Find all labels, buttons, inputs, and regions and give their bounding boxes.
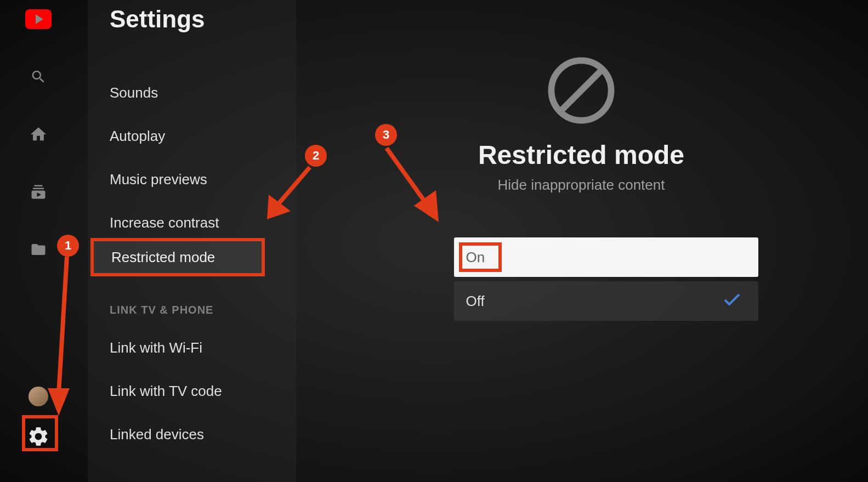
section-header-link: LINK TV & PHONE: [110, 287, 296, 326]
annotation-badge-1: 1: [57, 235, 79, 257]
svg-marker-5: [267, 195, 291, 219]
option-off[interactable]: Off: [454, 281, 758, 321]
annotation-arrow-1: [39, 257, 78, 423]
svg-line-6: [387, 148, 428, 206]
subscriptions-icon[interactable]: [25, 178, 52, 206]
annotation-arrow-2: [255, 165, 321, 233]
option-on[interactable]: On: [454, 237, 758, 277]
settings-item-sounds[interactable]: Sounds: [110, 71, 296, 115]
svg-line-4: [277, 167, 310, 206]
annotation-arrow-3: [381, 145, 458, 235]
main-title: Restricted mode: [478, 140, 684, 170]
settings-item-autoplay[interactable]: Autoplay: [110, 115, 296, 158]
option-container: On Off: [454, 237, 758, 321]
youtube-logo[interactable]: [25, 5, 52, 33]
annotation-badge-2: 2: [305, 145, 327, 167]
svg-line-1: [561, 71, 602, 111]
settings-item-link-wifi[interactable]: Link with Wi-Fi: [110, 326, 296, 370]
svg-marker-3: [48, 388, 70, 416]
annotation-highlight-on: [459, 242, 502, 272]
main-subtitle: Hide inappropriate content: [498, 177, 665, 194]
checkmark-icon: [723, 293, 741, 310]
block-icon: [546, 55, 617, 126]
settings-title: Settings: [110, 0, 296, 71]
option-off-label: Off: [466, 293, 485, 310]
annotation-badge-3: 3: [375, 124, 397, 146]
settings-item-link-tv-code[interactable]: Link with TV code: [110, 370, 296, 413]
settings-item-linked-devices[interactable]: Linked devices: [110, 413, 296, 456]
svg-line-2: [59, 257, 67, 394]
home-icon[interactable]: [25, 121, 52, 148]
main-content: Restricted mode Hide inappropriate conte…: [307, 0, 855, 482]
search-icon[interactable]: [25, 63, 52, 90]
settings-item-restricted-mode[interactable]: Restricted mode: [90, 238, 265, 276]
restricted-mode-label: Restricted mode: [111, 249, 215, 266]
